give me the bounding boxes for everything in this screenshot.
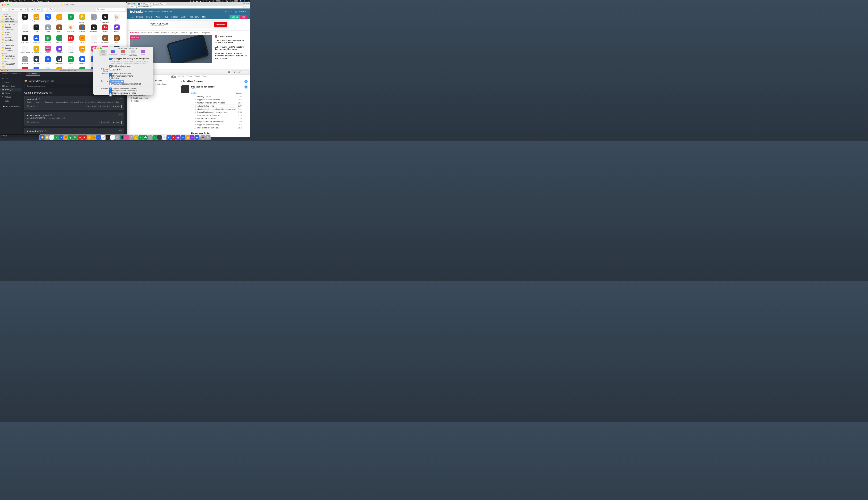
author-avatar[interactable]: [26, 105, 29, 107]
sidebar-item[interactable]: 📁Downloads: [0, 28, 18, 31]
track-row[interactable]: 10reggie has asbestos training3:16: [191, 123, 242, 126]
app-icon[interactable]: 🎸GarageBand: [100, 35, 111, 45]
behaviour-checkbox[interactable]: Don't show if there is only one app wind…: [110, 94, 150, 96]
prefs-tab[interactable]: Appearance: [109, 50, 117, 56]
artist-item[interactable]: christian fitness: [153, 82, 179, 86]
home-icon[interactable]: ⌂: [130, 15, 135, 19]
minimize-icon[interactable]: [97, 47, 99, 49]
omnibox[interactable]: 🔒 www.techradar.com: [134, 5, 243, 8]
forward-button[interactable]: ›: [129, 6, 130, 8]
dock-item[interactable]: 🗂: [157, 135, 162, 139]
dock-item[interactable]: 💰: [134, 135, 138, 139]
status-icon[interactable]: ◐: [193, 0, 194, 2]
tags-button[interactable]: ◯: [48, 8, 53, 11]
sidebar-item[interactable]: 📁Movies: [0, 31, 18, 34]
tab[interactable]: ⚙Settings: [26, 72, 40, 76]
sidebar-item[interactable]: 📁Applications: [0, 21, 18, 23]
close-icon[interactable]: [128, 3, 130, 4]
sidebar-tag[interactable]: Red: [0, 68, 18, 69]
dock-item[interactable]: ◉: [68, 135, 73, 139]
app-icon[interactable]: 🤖Automator: [88, 14, 100, 23]
dock-item[interactable]: ★: [82, 135, 87, 139]
app-icon[interactable]: 🧮Calculator: [111, 14, 122, 23]
app-icon[interactable]: 🗺Maps: [65, 56, 77, 66]
dock-item[interactable]: 📥: [201, 135, 205, 139]
arrange-button[interactable]: ⊞ ▾: [28, 8, 35, 11]
nav-link[interactable]: Phones: [154, 15, 163, 19]
app-icon[interactable]: ◉Logic Pro X: [31, 56, 42, 66]
bluetooth-icon[interactable]: ᛒ: [206, 0, 207, 2]
author-avatar[interactable]: [26, 121, 29, 123]
playlist-item[interactable]: ⚙Playlist: [127, 100, 153, 102]
sidebar-item[interactable]: 📁Pictures: [0, 36, 18, 39]
facebook-icon[interactable]: f: [230, 11, 233, 13]
sidebar-item[interactable]: 📁Remote Disc: [0, 55, 18, 57]
itunes-tab[interactable]: Store: [202, 75, 206, 77]
dock-item[interactable]: 📁: [195, 135, 199, 139]
trending-link[interactable]: Apple Watch 2: [189, 32, 199, 34]
sidebar-item[interactable]: 📁Desktop: [0, 26, 18, 28]
menu-window[interactable]: Window: [37, 0, 44, 2]
action-button[interactable]: ⚙ ▾: [36, 8, 42, 11]
album-more-button[interactable]: ⋯: [244, 86, 248, 89]
dock-item[interactable]: S: [59, 135, 64, 139]
activation-delay-input[interactable]: [110, 68, 115, 71]
clock[interactable]: Mon 09:57: [230, 0, 238, 2]
dock-item[interactable]: 🦊: [64, 135, 68, 139]
dock-item[interactable]: 📱: [120, 135, 124, 139]
settings-nav-item[interactable]: ⌨Keybindings: [0, 84, 22, 88]
dock-item[interactable]: ✉: [181, 135, 185, 139]
track-row[interactable]: 2happiness is not for amateurs2:45: [191, 98, 242, 101]
prefs-tab[interactable]: About: [139, 50, 148, 56]
include-checkbox[interactable]: Palettes: [110, 77, 150, 80]
sidebar-item[interactable]: 📁linksys02847: [0, 63, 18, 65]
prefs-tab[interactable]: General: [99, 50, 107, 56]
app-icon[interactable]: 💬Messages: [77, 56, 88, 66]
open-config-button[interactable]: 📁 Open Config Folder: [2, 105, 20, 108]
enable-previews-checkbox[interactable]: Enable window previews: [110, 65, 132, 67]
view-cover-button[interactable]: ▤: [23, 8, 27, 11]
trending-link[interactable]: Galaxy S7: [171, 32, 178, 34]
dock-item[interactable]: 🧭: [45, 135, 49, 139]
app-icon[interactable]: 📹FaceTime: [54, 35, 65, 45]
search-input[interactable]: 🔍 Search: [231, 70, 249, 73]
track-row[interactable]: 6i swear i'll get married in those ear-r…: [191, 111, 242, 114]
dock-item[interactable]: ◉: [111, 135, 115, 139]
minimize-icon[interactable]: [4, 70, 5, 71]
dock-item[interactable]: •: [171, 135, 176, 139]
zoom-icon[interactable]: [100, 47, 102, 49]
nav-link[interactable]: Photography: [187, 15, 201, 19]
app-icon[interactable]: ◉Google Chrome: [19, 46, 31, 55]
stepper[interactable]: ▴▾: [116, 69, 118, 70]
app-icon[interactable]: 🦊GIMP: [111, 35, 122, 45]
track-row[interactable]: 9keeping up with the motherfuckers1:58: [191, 120, 242, 123]
hyperdock-titlebar[interactable]: HyperDock Preferences: [93, 47, 153, 50]
settings-nav-item[interactable]: ↻Updates: [0, 95, 22, 99]
site-logo[interactable]: techradar: [130, 10, 144, 13]
battery-icon[interactable]: ▮▮: [222, 0, 225, 2]
dock-item[interactable]: ♫: [152, 135, 157, 139]
menu-edit[interactable]: Edit: [19, 0, 22, 2]
app-icon[interactable]: ⚡AppZapper: [54, 14, 65, 23]
sidebar-item[interactable]: 📁iCloud Drive: [0, 44, 18, 47]
ad-banner[interactable]: JetDrive™ Go 300/500 FREE UP Your Storag…: [127, 19, 250, 31]
tab-close-icon[interactable]: ×: [164, 3, 165, 5]
sidebar-item[interactable]: 📁BOOTCAMP: [0, 57, 18, 60]
package-name[interactable]: wordcount: [26, 98, 37, 100]
package-action-button[interactable]: ⏸ Disable: [111, 105, 122, 108]
dock-item[interactable]: 💬: [143, 135, 148, 139]
app-icon[interactable]: 📷Gramblr: [42, 46, 54, 55]
wifi-icon[interactable]: ▲: [209, 0, 210, 2]
user-icon[interactable]: 👤: [244, 0, 246, 2]
app-icon[interactable]: iAiA Writer: [65, 46, 77, 55]
shuffle-button[interactable]: Shuffle ⤭: [191, 92, 198, 94]
app-icon[interactable]: 💬Discord: [111, 24, 122, 34]
app-icon[interactable]: 📖iBooks: [77, 46, 88, 55]
app-icon[interactable]: 🎹MainStage 3: [54, 56, 65, 66]
package-action-button[interactable]: 🗑 Uninstall: [99, 105, 110, 108]
track-row[interactable]: 8bad boys die in the bath2:48: [191, 117, 242, 120]
app-icon[interactable]: W: [31, 67, 42, 69]
bookmark-icon[interactable]: ☆: [244, 6, 246, 8]
package-action-button[interactable]: ▶ Enable: [112, 121, 122, 124]
track-row[interactable]: 3your favourite band wants you dead2:57: [191, 101, 242, 104]
